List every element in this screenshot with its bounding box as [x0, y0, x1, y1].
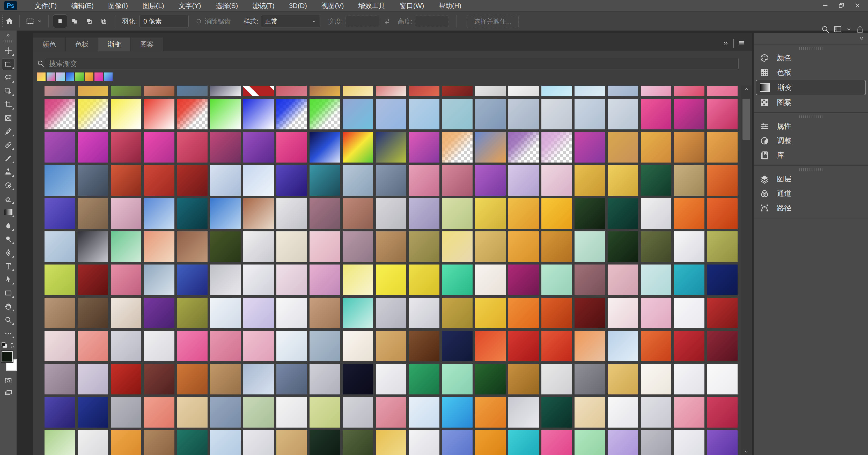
foreground-color-well[interactable] — [2, 351, 13, 362]
gradient-swatch[interactable] — [177, 298, 208, 328]
gradient-swatch[interactable] — [508, 265, 539, 295]
dock-item-图层[interactable]: 图层 — [754, 172, 868, 186]
gradient-swatch[interactable] — [442, 298, 472, 328]
gradient-swatch[interactable] — [409, 86, 439, 96]
gradient-swatch[interactable] — [144, 430, 175, 455]
gradient-swatch[interactable] — [343, 132, 373, 162]
gradient-swatch[interactable] — [541, 397, 572, 428]
gradient-swatch[interactable] — [44, 298, 75, 328]
gradient-swatch[interactable] — [674, 165, 705, 196]
blur-tool[interactable] — [2, 220, 14, 232]
gradient-swatch[interactable] — [78, 86, 108, 96]
gradient-swatch[interactable] — [111, 265, 141, 295]
gradient-swatch[interactable] — [409, 198, 439, 229]
gradient-swatch[interactable] — [44, 430, 75, 455]
gradient-swatch[interactable] — [541, 364, 572, 394]
gradient-swatch[interactable] — [641, 132, 671, 162]
gradient-swatch[interactable] — [442, 232, 472, 262]
gradient-swatch[interactable] — [276, 86, 307, 96]
gradient-swatch[interactable] — [674, 397, 705, 428]
gradient-swatch[interactable] — [707, 397, 738, 428]
recent-gradient-swatch[interactable] — [46, 72, 55, 81]
gradient-swatch[interactable] — [111, 198, 141, 229]
gradient-swatch[interactable] — [276, 265, 307, 295]
frame-tool[interactable] — [2, 112, 14, 124]
gradient-swatch[interactable] — [310, 364, 340, 394]
ellipsis[interactable] — [2, 328, 14, 339]
gradient-swatch[interactable] — [641, 265, 671, 295]
dock-item-路径[interactable]: 路径 — [754, 201, 868, 215]
gradient-swatch[interactable] — [111, 331, 141, 361]
gradient-swatch[interactable] — [343, 198, 373, 229]
recent-gradient-swatch[interactable] — [85, 72, 93, 81]
gradient-swatch[interactable] — [674, 265, 705, 295]
gradient-swatch[interactable] — [276, 232, 307, 262]
gradient-swatch[interactable] — [310, 232, 340, 262]
dock-item-渐变[interactable]: 渐变 — [756, 80, 866, 95]
gradient-swatch[interactable] — [144, 331, 175, 361]
gradient-swatch[interactable] — [243, 430, 274, 455]
add-to-selection-button[interactable] — [68, 15, 81, 28]
default-colors-icon[interactable] — [1, 342, 7, 348]
gradient-swatch[interactable] — [608, 397, 638, 428]
gradient-swatch[interactable] — [376, 165, 406, 196]
options-grip[interactable] — [2, 16, 4, 27]
gradient-swatch[interactable] — [608, 364, 638, 394]
gradient-swatch[interactable] — [78, 232, 108, 262]
gradient-swatch[interactable] — [674, 132, 705, 162]
gradient-swatch[interactable] — [144, 99, 175, 129]
gradient-swatch[interactable] — [608, 298, 638, 328]
menu-item-9[interactable]: 增效工具 — [351, 0, 393, 11]
menu-item-3[interactable]: 图层(L) — [135, 0, 171, 11]
gradient-swatch[interactable] — [442, 198, 472, 229]
gradient-swatch[interactable] — [144, 198, 175, 229]
hand-tool[interactable] — [2, 301, 14, 312]
recent-gradient-swatch[interactable] — [37, 72, 45, 81]
gradient-swatch[interactable] — [44, 364, 75, 394]
gradient-swatch[interactable] — [475, 331, 506, 361]
gradient-swatch[interactable] — [608, 331, 638, 361]
gradient-swatch[interactable] — [44, 397, 75, 428]
close-button[interactable] — [849, 0, 865, 10]
gradient-swatch[interactable] — [243, 86, 274, 96]
gradient-swatch[interactable] — [276, 99, 307, 129]
menu-item-7[interactable]: 3D(D) — [282, 0, 314, 11]
gradient-swatch[interactable] — [210, 397, 241, 428]
gradient-swatch[interactable] — [674, 430, 705, 455]
menu-item-5[interactable]: 选择(S) — [208, 0, 245, 11]
gradient-swatch[interactable] — [144, 132, 175, 162]
gradient-swatch[interactable] — [243, 232, 274, 262]
gradient-swatch[interactable] — [641, 99, 671, 129]
gradient-swatch[interactable] — [310, 165, 340, 196]
gradient-swatch[interactable] — [674, 99, 705, 129]
scroll-up-icon[interactable] — [743, 87, 749, 91]
intersect-selection-button[interactable] — [97, 15, 110, 28]
eyedropper-tool[interactable] — [2, 126, 14, 137]
gradient-swatch[interactable] — [409, 99, 439, 129]
gradient-swatch[interactable] — [641, 298, 671, 328]
gradient-swatch[interactable] — [575, 198, 605, 229]
gradient-swatch[interactable] — [641, 198, 671, 229]
gradient-swatch[interactable] — [243, 331, 274, 361]
gradient-swatch[interactable] — [409, 364, 439, 394]
gradient-swatch[interactable] — [541, 86, 572, 96]
gradient-swatch[interactable] — [409, 397, 439, 428]
gradient-swatch[interactable] — [376, 364, 406, 394]
gradient-swatch[interactable] — [475, 198, 506, 229]
gradient-swatch[interactable] — [243, 165, 274, 196]
gradient-swatch[interactable] — [508, 132, 539, 162]
gradient-swatch[interactable] — [78, 132, 108, 162]
gradient-swatch[interactable] — [508, 99, 539, 129]
gradient-swatch[interactable] — [508, 298, 539, 328]
gradient-swatch[interactable] — [376, 232, 406, 262]
dock-item-库[interactable]: 库 — [754, 148, 868, 162]
gradient-swatch[interactable] — [44, 198, 75, 229]
gradient-swatch[interactable] — [475, 265, 506, 295]
gradient-swatch[interactable] — [641, 364, 671, 394]
gradient-swatch[interactable] — [575, 397, 605, 428]
gradient-swatch[interactable] — [144, 397, 175, 428]
gradient-swatch[interactable] — [608, 99, 638, 129]
gradient-swatch[interactable] — [376, 265, 406, 295]
gradient-swatch[interactable] — [44, 331, 75, 361]
menu-item-2[interactable]: 图像(I) — [101, 0, 135, 11]
